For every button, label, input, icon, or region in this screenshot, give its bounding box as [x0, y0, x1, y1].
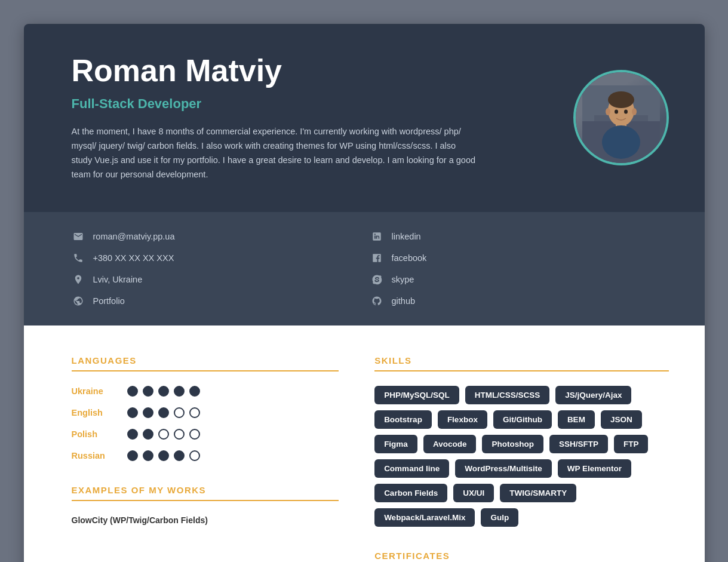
facebook-value: facebook [392, 253, 427, 263]
language-item: Ukraine [72, 386, 339, 397]
skill-tag: Figma [374, 435, 417, 453]
languages-title: LANGUAGES [72, 355, 339, 371]
phone-icon [72, 251, 85, 265]
skills-section: SKILLS PHP/MySQL/SQLHTML/CSS/SCSSJS/jQue… [374, 355, 668, 527]
language-dots [127, 429, 200, 440]
examples-list: GlowCity (WP/Twig/Carbon Fields) [72, 515, 339, 525]
dot-filled [127, 450, 138, 461]
facebook-icon [370, 251, 383, 265]
skill-tag: Carbon Fields [374, 484, 447, 502]
dot-filled [127, 386, 138, 397]
envelope-icon [72, 230, 85, 243]
skill-tag: FTP [614, 435, 649, 453]
dot-filled [189, 386, 200, 397]
skill-tag: Git/Github [493, 410, 552, 429]
language-item: Polish [72, 429, 339, 440]
examples-section: EXAMPLES OF MY WORKS GlowCity (WP/Twig/C… [72, 485, 339, 525]
svg-point-7 [615, 110, 618, 114]
linkedin-icon [370, 230, 383, 243]
skill-tag: JSON [601, 410, 642, 429]
language-dots [127, 386, 200, 397]
dot-empty [174, 407, 185, 418]
skill-tag: UX/UI [453, 484, 494, 502]
dot-empty [189, 450, 200, 461]
contact-portfolio[interactable]: Portfolio [72, 294, 370, 308]
language-item: English [72, 407, 339, 418]
contact-left: roman@matviy.pp.ua +380 XX XX XX XXX Lvi… [72, 230, 370, 308]
globe-icon [72, 294, 85, 308]
skill-tag: Command line [374, 459, 449, 478]
dot-empty [189, 407, 200, 418]
skill-tag: PHP/MySQL/SQL [374, 386, 459, 404]
contact-email[interactable]: roman@matviy.pp.ua [72, 230, 370, 243]
skill-tag: Gulp [481, 508, 518, 527]
language-name: Russian [72, 451, 116, 460]
resume-page: Roman Matviy Full-Stack Developer At the… [24, 24, 705, 562]
svg-point-6 [608, 91, 634, 108]
main-content: LANGUAGES UkraineEnglishPolishRussian EX… [24, 325, 705, 562]
certificates-section: CERTIFICATES Scriptlodi42 – ProgrammingM… [374, 551, 668, 562]
skill-tag: JS/jQuery/Ajax [555, 386, 631, 404]
dot-empty [174, 429, 185, 440]
skill-tag: Webpack/Laravel.Mix [374, 508, 475, 527]
dot-filled [127, 429, 138, 440]
contact-facebook[interactable]: facebook [370, 251, 669, 265]
skill-tag: BEM [558, 410, 595, 429]
language-name: English [72, 408, 116, 417]
right-column: SKILLS PHP/MySQL/SQLHTML/CSS/SCSSJS/jQue… [374, 355, 668, 562]
dot-filled [143, 386, 153, 397]
dot-empty [189, 429, 200, 440]
skype-value: skype [392, 275, 414, 284]
example-item: GlowCity (WP/Twig/Carbon Fields) [72, 515, 339, 525]
email-value: roman@matviy.pp.ua [93, 232, 175, 241]
skills-grid: PHP/MySQL/SQLHTML/CSS/SCSSJS/jQuery/Ajax… [374, 386, 668, 527]
contact-section: roman@matviy.pp.ua +380 XX XX XX XXX Lvi… [24, 212, 705, 325]
dot-filled [158, 407, 169, 418]
header-text: Roman Matviy Full-Stack Developer At the… [72, 54, 549, 182]
skills-title: SKILLS [374, 355, 668, 371]
dot-filled [174, 450, 185, 461]
pin-icon [72, 273, 85, 286]
language-dots [127, 407, 200, 418]
contact-location: Lviv, Ukraine [72, 273, 370, 286]
languages-section: LANGUAGES UkraineEnglishPolishRussian [72, 355, 339, 461]
dot-filled [143, 407, 153, 418]
contact-phone: +380 XX XX XX XXX [72, 251, 370, 265]
person-title: Full-Stack Developer [72, 96, 549, 112]
languages-list: UkraineEnglishPolishRussian [72, 386, 339, 461]
phone-value: +380 XX XX XX XXX [93, 253, 174, 263]
dot-filled [158, 386, 169, 397]
svg-point-8 [624, 110, 628, 114]
skill-tag: TWIG/SMARTY [500, 484, 576, 502]
linkedin-value: linkedin [392, 232, 421, 241]
dot-filled [127, 407, 138, 418]
examples-title: EXAMPLES OF MY WORKS [72, 485, 339, 501]
skill-tag: Avocode [423, 435, 477, 453]
skill-tag: HTML/CSS/SCSS [465, 386, 550, 404]
svg-point-9 [606, 108, 610, 115]
skill-tag: Flexbox [438, 410, 487, 429]
contact-linkedin[interactable]: linkedin [370, 230, 669, 243]
certificates-title: CERTIFICATES [374, 551, 668, 562]
skill-tag: Photoshop [482, 435, 543, 453]
location-value: Lviv, Ukraine [93, 275, 143, 284]
language-item: Russian [72, 450, 339, 461]
avatar-image [576, 72, 666, 163]
skill-tag: WordPress/Multisite [455, 459, 552, 478]
dot-filled [158, 450, 169, 461]
skill-tag: WP Elementor [558, 459, 631, 478]
contact-right: linkedin facebook skype github [370, 230, 669, 308]
github-icon [370, 294, 383, 308]
avatar [573, 70, 669, 165]
language-dots [127, 450, 200, 461]
language-name: Polish [72, 429, 116, 439]
skill-tag: SSH/SFTP [549, 435, 608, 453]
skill-tag: Bootstrap [374, 410, 432, 429]
contact-skype[interactable]: skype [370, 273, 669, 286]
dot-empty [158, 429, 169, 440]
person-name: Roman Matviy [72, 54, 549, 88]
dot-filled [174, 386, 185, 397]
portfolio-value: Portfolio [93, 296, 125, 306]
contact-github[interactable]: github [370, 294, 669, 308]
header-section: Roman Matviy Full-Stack Developer At the… [24, 24, 705, 212]
